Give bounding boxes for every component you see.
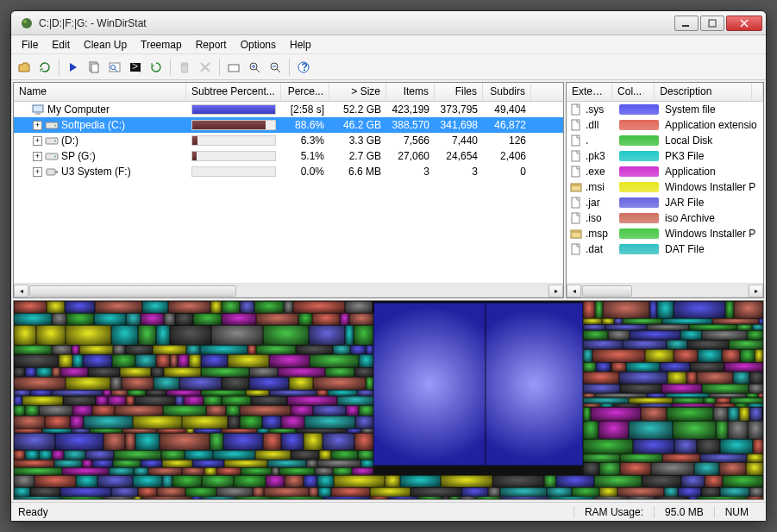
treemap-block[interactable] — [14, 367, 25, 377]
treemap-block[interactable] — [281, 416, 304, 428]
treemap-block[interactable] — [556, 475, 594, 486]
treemap-block[interactable] — [14, 475, 34, 486]
treemap-block[interactable] — [170, 354, 178, 366]
treemap-block[interactable] — [85, 450, 114, 460]
treemap-block[interactable] — [66, 325, 110, 344]
treemap-block[interactable] — [204, 467, 216, 476]
treemap-block[interactable] — [285, 475, 304, 486]
treemap-block[interactable] — [224, 460, 267, 466]
treemap-block[interactable] — [172, 475, 202, 486]
refresh-all-icon[interactable] — [35, 58, 54, 77]
treemap-block[interactable] — [240, 405, 291, 416]
treemap-block[interactable] — [103, 497, 134, 499]
ext-row[interactable]: .sysSystem file — [567, 102, 763, 117]
treemap-block[interactable] — [34, 475, 76, 486]
zoom-out-icon[interactable] — [266, 58, 285, 77]
treemap-block[interactable] — [694, 462, 720, 475]
treemap-block[interactable] — [222, 396, 251, 405]
treemap-block[interactable] — [263, 433, 281, 450]
treemap-block[interactable] — [476, 497, 500, 499]
treemap-block[interactable] — [269, 390, 316, 397]
treemap-block[interactable] — [55, 433, 103, 450]
treemap-block[interactable] — [138, 487, 157, 497]
treemap-block[interactable] — [120, 367, 151, 377]
open-icon[interactable] — [15, 58, 34, 77]
treemap-block[interactable] — [359, 405, 373, 416]
treemap-block[interactable] — [64, 450, 85, 460]
treemap-block[interactable] — [134, 467, 149, 476]
treemap-block[interactable] — [739, 407, 749, 420]
treemap-block[interactable] — [605, 324, 647, 330]
treemap-block[interactable] — [608, 330, 630, 340]
treemap-block[interactable] — [333, 345, 351, 355]
tree-column-header[interactable]: Subtree Percent... — [186, 83, 281, 101]
treemap-block[interactable] — [52, 450, 64, 460]
treemap-block[interactable] — [620, 384, 661, 393]
treemap-block[interactable] — [583, 330, 608, 340]
treemap-block[interactable] — [146, 390, 167, 397]
treemap-block[interactable] — [729, 340, 763, 349]
treemap-block[interactable] — [662, 454, 701, 462]
menu-help[interactable]: Help — [283, 37, 318, 53]
treemap-block[interactable] — [241, 467, 272, 476]
treemap-block[interactable] — [323, 497, 371, 499]
treemap-block[interactable] — [623, 340, 667, 349]
treemap-block[interactable] — [179, 377, 222, 390]
treemap-block[interactable] — [153, 345, 186, 355]
zoom-in-icon[interactable] — [245, 58, 264, 77]
expander-icon[interactable]: + — [33, 121, 42, 130]
help-icon[interactable]: ? — [294, 58, 313, 77]
treemap-block[interactable] — [698, 349, 721, 363]
scroll-right-icon[interactable]: ▸ — [548, 285, 563, 297]
treemap-block[interactable] — [583, 301, 595, 318]
treemap-block[interactable] — [655, 497, 688, 499]
treemap-block[interactable] — [373, 301, 374, 313]
treemap-block[interactable] — [113, 460, 141, 466]
treemap-block[interactable] — [111, 487, 137, 497]
treemap-block[interactable] — [228, 354, 269, 366]
treemap-block[interactable] — [201, 367, 249, 377]
treemap-block[interactable] — [14, 325, 36, 344]
treemap-block[interactable] — [52, 313, 67, 326]
treemap-block[interactable] — [135, 433, 160, 450]
treemap-block[interactable] — [148, 467, 182, 476]
explorer-icon[interactable] — [105, 58, 124, 77]
treemap-block[interactable] — [544, 475, 557, 486]
menu-options[interactable]: Options — [234, 37, 283, 53]
treemap-block[interactable] — [461, 487, 488, 497]
treemap-block[interactable] — [14, 396, 22, 405]
treemap-block[interactable] — [133, 416, 182, 428]
treemap-block[interactable] — [736, 324, 752, 330]
treemap-block[interactable] — [168, 301, 210, 313]
extension-list[interactable]: .sysSystem file.dllApplication extensio.… — [567, 102, 763, 283]
menu-treemap[interactable]: Treemap — [134, 37, 189, 53]
treemap-block[interactable] — [725, 301, 734, 318]
close-button[interactable] — [726, 16, 762, 31]
treemap-block[interactable] — [59, 354, 72, 366]
treemap-block[interactable] — [323, 433, 354, 450]
treemap-block[interactable] — [651, 462, 693, 475]
tree-hscroll[interactable]: ◂ ▸ — [14, 283, 563, 297]
treemap-block[interactable] — [235, 497, 272, 499]
treemap-block[interactable] — [354, 367, 373, 377]
treemap-block[interactable] — [72, 345, 79, 355]
treemap-block[interactable] — [193, 313, 222, 326]
show-free-icon[interactable] — [224, 58, 243, 77]
treemap-block[interactable] — [175, 313, 193, 326]
treemap-block[interactable] — [14, 416, 45, 428]
treemap-block[interactable] — [318, 487, 332, 497]
treemap-block[interactable] — [267, 460, 306, 466]
treemap-block[interactable] — [486, 303, 583, 466]
treemap-block[interactable] — [722, 349, 740, 363]
treemap-block[interactable] — [753, 439, 763, 454]
treemap-block[interactable] — [163, 405, 206, 416]
treemap-block[interactable] — [328, 390, 357, 397]
treemap-block[interactable] — [583, 421, 598, 440]
treemap-block[interactable] — [366, 345, 373, 355]
treemap-block[interactable] — [293, 301, 344, 313]
treemap-block[interactable] — [192, 460, 224, 466]
treemap-block[interactable] — [262, 416, 280, 428]
treemap-block[interactable] — [66, 313, 94, 326]
treemap-block[interactable] — [748, 421, 763, 440]
treemap-block[interactable] — [141, 313, 164, 326]
